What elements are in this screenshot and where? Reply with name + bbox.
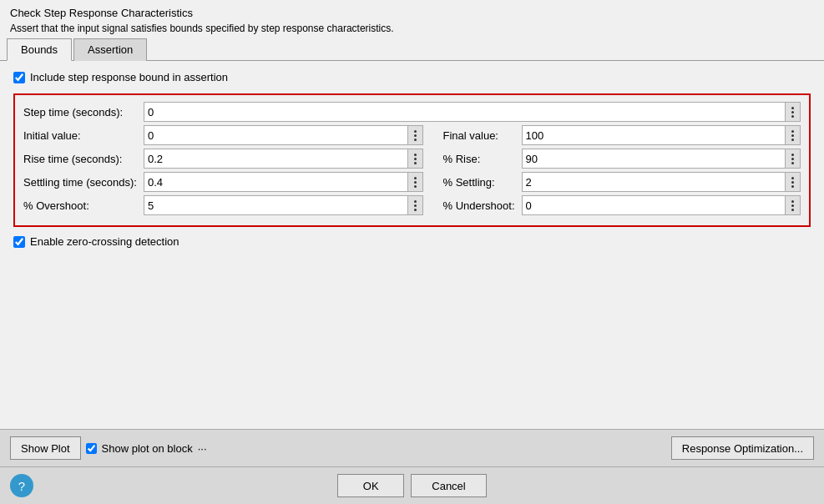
zero-crossing-label: Enable zero-crossing detection bbox=[30, 235, 179, 248]
dot2 bbox=[791, 111, 794, 113]
pct-rise-input-group bbox=[522, 149, 801, 169]
pct-overshoot-label: % Overshoot: bbox=[23, 199, 140, 212]
dot3 bbox=[414, 139, 417, 141]
dot2 bbox=[414, 158, 417, 160]
dot2 bbox=[791, 158, 794, 160]
include-assertion-label: Include step response bound in assertion bbox=[30, 71, 228, 83]
step-time-input-group bbox=[144, 102, 801, 122]
rise-time-input-group bbox=[144, 149, 423, 169]
pct-undershoot-label: % Undershoot: bbox=[443, 199, 518, 212]
initial-final-row: Initial value: Final value: bbox=[23, 125, 801, 145]
settling-time-input-group bbox=[144, 172, 423, 192]
dot3 bbox=[791, 162, 794, 164]
initial-value-input[interactable] bbox=[144, 125, 408, 145]
dot2 bbox=[414, 134, 417, 137]
dot1 bbox=[791, 154, 794, 156]
dot1 bbox=[791, 130, 794, 133]
pct-undershoot-input-group bbox=[522, 195, 801, 215]
show-plot-on-block-dots: ··· bbox=[198, 442, 207, 455]
step-time-input[interactable] bbox=[144, 102, 786, 122]
overshoot-row: % Overshoot: % Undershoot: bbox=[23, 195, 801, 215]
include-assertion-checkbox[interactable] bbox=[13, 72, 25, 83]
dot2 bbox=[791, 204, 794, 207]
show-plot-area: Show Plot Show plot on block ··· bbox=[10, 436, 207, 460]
step-time-dots-btn[interactable] bbox=[786, 102, 801, 122]
dialog: Check Step Response Characteristics Asse… bbox=[0, 0, 824, 504]
pct-rise-label: % Rise: bbox=[443, 153, 518, 165]
dialog-title: Check Step Response Characteristics bbox=[10, 7, 814, 19]
dot2 bbox=[791, 181, 794, 184]
zero-crossing-checkbox[interactable] bbox=[13, 236, 25, 248]
tab-bounds[interactable]: Bounds bbox=[7, 38, 72, 61]
rise-row: Rise time (seconds): % Rise: bbox=[23, 149, 801, 169]
pct-overshoot-input[interactable] bbox=[144, 195, 408, 215]
dot1 bbox=[414, 130, 417, 133]
dot1 bbox=[791, 200, 794, 203]
pct-settling-dots-btn[interactable] bbox=[786, 172, 801, 192]
pct-rise-dots-btn[interactable] bbox=[786, 149, 801, 169]
show-plot-on-block-checkbox[interactable] bbox=[86, 443, 97, 454]
show-plot-on-block-label: Show plot on block bbox=[102, 442, 193, 455]
dot2 bbox=[791, 134, 794, 137]
footer-bar: ? OK Cancel bbox=[0, 466, 824, 504]
rise-time-label: Rise time (seconds): bbox=[23, 153, 140, 165]
dialog-subtitle: Assert that the input signal satisfies b… bbox=[10, 23, 814, 34]
rise-time-dots-btn[interactable] bbox=[408, 149, 423, 169]
cancel-button[interactable]: Cancel bbox=[411, 474, 486, 497]
pct-settling-input[interactable] bbox=[522, 172, 786, 192]
dot3 bbox=[414, 209, 417, 211]
response-optimization-button[interactable]: Response Optimization... bbox=[671, 436, 814, 460]
help-button[interactable]: ? bbox=[10, 474, 33, 497]
settling-time-label: Settling time (seconds): bbox=[23, 176, 140, 189]
bounds-form-box: Step time (seconds): Initial value: bbox=[13, 93, 811, 227]
tab-assertion[interactable]: Assertion bbox=[73, 38, 147, 61]
include-assertion-row: Include step response bound in assertion bbox=[13, 71, 811, 83]
step-time-row: Step time (seconds): bbox=[23, 102, 801, 122]
dot3 bbox=[791, 209, 794, 211]
dot1 bbox=[414, 200, 417, 203]
settling-time-input[interactable] bbox=[144, 172, 408, 192]
content-area: Include step response bound in assertion… bbox=[0, 61, 824, 429]
final-value-dots-btn[interactable] bbox=[786, 125, 801, 145]
dot1 bbox=[414, 177, 417, 179]
pct-overshoot-input-group bbox=[144, 195, 423, 215]
dot1 bbox=[414, 154, 417, 156]
dot3 bbox=[414, 162, 417, 164]
pct-settling-label: % Settling: bbox=[443, 176, 518, 189]
show-plot-button[interactable]: Show Plot bbox=[10, 436, 81, 460]
pct-rise-input[interactable] bbox=[522, 149, 786, 169]
pct-settling-input-group bbox=[522, 172, 801, 192]
pct-undershoot-dots-btn[interactable] bbox=[786, 195, 801, 215]
final-value-input-group bbox=[522, 125, 801, 145]
step-time-label: Step time (seconds): bbox=[23, 106, 140, 118]
dot1 bbox=[791, 107, 794, 109]
dot3 bbox=[791, 115, 794, 118]
initial-value-input-group bbox=[144, 125, 423, 145]
rise-time-input[interactable] bbox=[144, 149, 408, 169]
settling-time-dots-btn[interactable] bbox=[408, 172, 423, 192]
dot3 bbox=[791, 139, 794, 141]
zero-crossing-row: Enable zero-crossing detection bbox=[13, 235, 811, 248]
tab-bar: Bounds Assertion bbox=[0, 38, 824, 61]
dot3 bbox=[791, 185, 794, 188]
bottom-bar: Show Plot Show plot on block ··· Respons… bbox=[0, 429, 824, 466]
initial-value-dots-btn[interactable] bbox=[408, 125, 423, 145]
dot2 bbox=[414, 181, 417, 184]
initial-value-label: Initial value: bbox=[23, 129, 140, 142]
dot1 bbox=[791, 177, 794, 179]
dot2 bbox=[414, 204, 417, 207]
dot3 bbox=[414, 185, 417, 188]
pct-overshoot-dots-btn[interactable] bbox=[408, 195, 423, 215]
ok-button[interactable]: OK bbox=[337, 474, 404, 497]
pct-undershoot-input[interactable] bbox=[522, 195, 786, 215]
settling-row: Settling time (seconds): % Settling: bbox=[23, 172, 801, 192]
dialog-header: Check Step Response Characteristics Asse… bbox=[0, 0, 824, 38]
final-value-label: Final value: bbox=[443, 129, 518, 142]
final-value-input[interactable] bbox=[522, 125, 786, 145]
